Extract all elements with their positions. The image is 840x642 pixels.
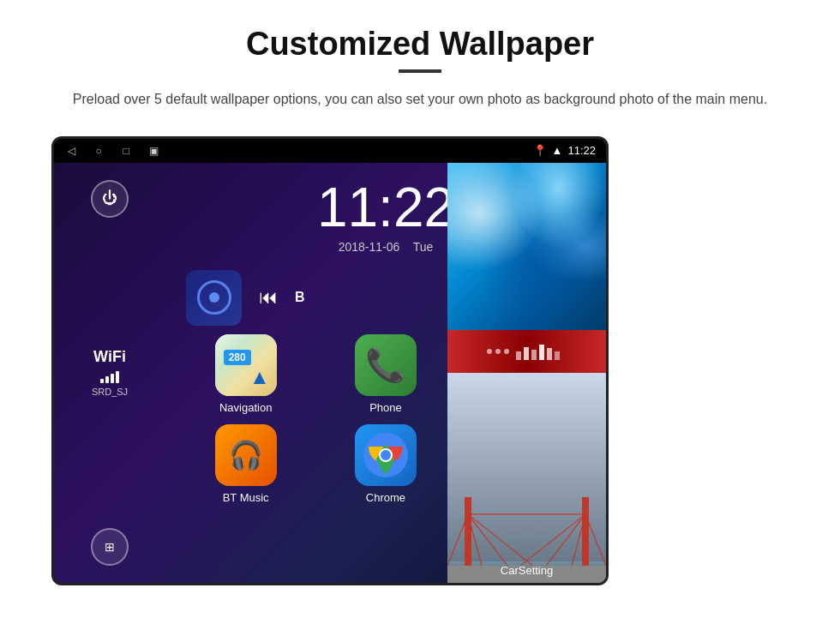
ice-overlay [447, 163, 606, 330]
home-nav-icon[interactable]: ○ [92, 144, 105, 158]
equalizer-icon [516, 343, 567, 360]
status-bar-right: 📍 ▲ 11:22 [533, 144, 596, 157]
svg-line-13 [468, 514, 533, 566]
media-player-bar[interactable] [447, 330, 606, 373]
phone-glyph: 📞 [365, 346, 405, 384]
maps-shield: 280 [224, 350, 251, 365]
bridge-cables-svg [447, 506, 606, 566]
media-title: B [295, 290, 305, 305]
svg-rect-7 [539, 345, 544, 360]
wifi-bar-4 [116, 371, 119, 383]
page-description: Preload over 5 default wallpaper options… [69, 88, 771, 111]
svg-line-11 [468, 514, 482, 566]
phone-label: Phone [369, 401, 402, 414]
svg-rect-9 [555, 351, 560, 360]
bt-music-label: BT Music [223, 491, 269, 504]
back-nav-icon[interactable]: ◁ [64, 144, 78, 158]
carsetting-label: CarSetting [501, 564, 553, 577]
wifi-bar-3 [111, 374, 114, 383]
main-screen: ⏻ WiFi SRD_SJ ⊞ [54, 163, 606, 583]
location-icon: 📍 [533, 144, 547, 157]
wallpaper-ice[interactable] [447, 163, 606, 330]
page-wrapper: Customized Wallpaper Preload over 5 defa… [0, 0, 840, 611]
wifi-ssid: SRD_SJ [92, 387, 128, 397]
notification-dot [209, 292, 219, 303]
svg-line-14 [585, 514, 606, 566]
wifi-bar-1 [100, 379, 104, 383]
navigation-label: Navigation [219, 401, 272, 414]
wallpaper-bridge[interactable]: CarSetting [447, 373, 606, 583]
wifi-status-icon: ▲ [552, 144, 563, 157]
wifi-label: WiFi [92, 348, 128, 366]
svg-rect-4 [516, 351, 521, 360]
wifi-bar-2 [105, 376, 109, 383]
apps-grid-icon: ⊞ [105, 540, 115, 554]
svg-line-10 [447, 514, 468, 566]
status-bar-left: ◁ ○ □ ▣ [64, 144, 160, 158]
bluetooth-glyph: 🎧 [229, 439, 263, 471]
app-navigation[interactable]: 280 ▲ Navigation [183, 334, 309, 414]
carsetting-area: CarSetting [447, 562, 606, 578]
svg-line-17 [520, 514, 585, 566]
recent-nav-icon[interactable]: □ [119, 144, 133, 158]
status-time: 11:22 [567, 144, 596, 157]
chrome-label: Chrome [366, 491, 405, 504]
screenshot-nav-icon[interactable]: ▣ [147, 144, 160, 158]
status-bar: ◁ ○ □ ▣ 📍 ▲ 11:22 [54, 139, 606, 163]
svg-rect-6 [531, 350, 537, 360]
player-controls [487, 349, 509, 354]
right-panel: CarSetting [447, 163, 606, 583]
wifi-widget: WiFi SRD_SJ [92, 348, 128, 397]
content-area: ◁ ○ □ ▣ 📍 ▲ 11:22 ⏻ [51, 136, 789, 585]
navigation-icon: 280 ▲ [215, 334, 277, 396]
title-divider [399, 69, 441, 73]
power-button[interactable]: ⏻ [91, 180, 129, 218]
notification-circle [197, 280, 231, 315]
player-dot-1 [487, 349, 492, 354]
app-phone[interactable]: 📞 Phone [322, 334, 448, 414]
svg-line-15 [572, 514, 585, 566]
power-icon: ⏻ [102, 189, 117, 207]
svg-rect-8 [547, 348, 552, 360]
chrome-icon [355, 424, 417, 486]
svg-point-3 [381, 450, 391, 460]
device-mockup: ◁ ○ □ ▣ 📍 ▲ 11:22 ⏻ [51, 136, 609, 585]
notification-widget[interactable] [186, 270, 242, 326]
app-bt-music[interactable]: 🎧 BT Music [183, 424, 309, 504]
media-prev-icon[interactable]: ⏮ [259, 286, 278, 309]
page-title: Customized Wallpaper [51, 26, 789, 63]
apps-button[interactable]: ⊞ [91, 528, 129, 566]
svg-rect-5 [524, 347, 529, 360]
app-chrome[interactable]: Chrome [322, 424, 448, 504]
player-dot-3 [504, 349, 509, 354]
wifi-bars [92, 369, 128, 383]
phone-icon: 📞 [355, 334, 417, 396]
maps-arrow: ▲ [249, 365, 270, 389]
bt-music-icon: 🎧 [215, 424, 277, 486]
sidebar: ⏻ WiFi SRD_SJ ⊞ [54, 163, 165, 583]
player-dot-2 [495, 349, 501, 354]
chrome-svg [363, 433, 408, 477]
maps-bg: 280 ▲ [215, 334, 277, 396]
